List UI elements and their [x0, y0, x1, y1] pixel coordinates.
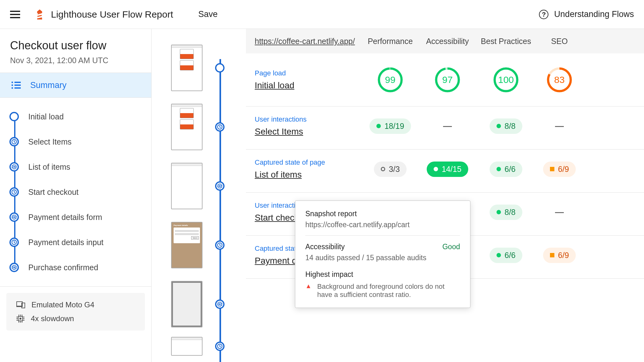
- nav-step-5[interactable]: Payment details input: [9, 230, 142, 255]
- result-row: User interactionsSelect Items18/19—8/8—: [246, 107, 644, 150]
- tooltip-audits: 14 audits passed / 15 passable audits: [305, 254, 460, 262]
- nav-marker: [9, 162, 19, 172]
- tooltip-title: Snapshot report: [305, 210, 460, 218]
- nav-step-2[interactable]: List of items: [9, 154, 142, 179]
- step-type: User interactions: [255, 115, 362, 123]
- app-header: Lighthouse User Flow Report Save ? Under…: [0, 0, 644, 29]
- step-thumbnail[interactable]: [171, 104, 203, 150]
- help-icon: ?: [539, 10, 548, 19]
- svg-point-35: [379, 69, 402, 91]
- col-best-practices: Best Practices: [476, 37, 536, 46]
- svg-rect-3: [14, 85, 21, 86]
- svg-rect-1: [14, 82, 21, 83]
- tooltip-rating: Good: [442, 243, 460, 251]
- nav-step-label: Initial load: [28, 112, 64, 121]
- score-dash: —: [443, 121, 452, 131]
- score-pill[interactable]: 6/6: [490, 162, 523, 177]
- tooltip-url: https://coffee-cart.netlify.app/cart: [305, 221, 460, 236]
- lighthouse-logo: [35, 9, 44, 19]
- timeline-marker: [215, 342, 225, 351]
- emulated-device: Emulated Moto G4: [16, 300, 135, 309]
- cpu-slowdown: 4x slowdown: [16, 314, 135, 323]
- step-thumbnail[interactable]: [171, 163, 203, 209]
- nav-marker: [9, 112, 19, 121]
- score-pill[interactable]: 6/9: [543, 248, 576, 263]
- nav-step-label: Purchase confirmed: [28, 263, 98, 272]
- timeline-marker: [215, 299, 225, 309]
- svg-point-39: [495, 69, 517, 91]
- nav-step-label: List of items: [28, 162, 70, 172]
- step-thumbnail[interactable]: Payment detailsSubmit: [171, 222, 203, 268]
- score-pill[interactable]: 8/8: [490, 205, 523, 220]
- flow-title: Checkout user flow: [10, 39, 141, 52]
- step-name-link[interactable]: Select Items: [255, 127, 362, 137]
- tooltip-impact-text: Background and foreground colors do not …: [317, 282, 460, 299]
- step-thumbnail[interactable]: [171, 281, 203, 327]
- score-dash: —: [555, 207, 564, 217]
- tooltip: Snapshot report https://coffee-cart.netl…: [295, 200, 470, 308]
- score-pill[interactable]: 18/19: [369, 118, 411, 134]
- nav-step-1[interactable]: Select Items: [9, 129, 142, 154]
- step-thumbnail[interactable]: [171, 337, 203, 356]
- timeline-marker: [215, 122, 225, 132]
- step-name-link[interactable]: List of items: [255, 170, 362, 180]
- tooltip-impact: ▲ Background and foreground colors do no…: [305, 282, 460, 299]
- nav-step-6[interactable]: Purchase confirmed: [9, 255, 142, 280]
- timeline-marker: [215, 63, 225, 73]
- score-gauge[interactable]: 97: [435, 67, 460, 92]
- score-dash: —: [555, 121, 564, 131]
- score-pill[interactable]: 3/3: [374, 162, 407, 177]
- summary-nav-item[interactable]: Summary: [0, 73, 151, 98]
- tooltip-impact-title: Highest impact: [305, 270, 460, 279]
- nav-step-label: Payment details input: [28, 238, 103, 247]
- step-type: Captured state of page: [255, 158, 362, 167]
- score-gauge[interactable]: 100: [493, 67, 519, 92]
- result-row: Captured state of pageList of items3/314…: [246, 150, 644, 193]
- save-button[interactable]: Save: [198, 9, 218, 19]
- nav-marker: [9, 187, 19, 197]
- result-row: Page loadInitial load999710083: [246, 53, 644, 107]
- col-accessibility: Accessibility: [419, 37, 476, 46]
- svg-point-4: [12, 87, 13, 89]
- step-name-link[interactable]: Initial load: [255, 80, 362, 90]
- step-thumbnail[interactable]: [171, 45, 203, 91]
- nav-step-label: Payment details form: [28, 213, 102, 222]
- score-pill[interactable]: 6/9: [543, 162, 576, 177]
- understanding-flows-link[interactable]: ? Understanding Flows: [539, 9, 634, 19]
- timeline-marker: [215, 240, 225, 250]
- nav-steps: Initial loadSelect ItemsList of itemsSta…: [0, 98, 151, 286]
- nav-step-3[interactable]: Start checkout: [9, 179, 142, 205]
- score-pill[interactable]: 6/6: [490, 248, 523, 263]
- nav-marker: [9, 137, 19, 146]
- svg-rect-5: [14, 87, 21, 89]
- step-type: Page load: [255, 69, 362, 77]
- score-pill[interactable]: 14/15: [427, 162, 469, 177]
- timeline-marker: [215, 181, 225, 191]
- svg-point-37: [436, 69, 459, 91]
- svg-point-2: [12, 85, 13, 86]
- sidebar: Checkout user flow Nov 3, 2021, 12:00 AM…: [0, 29, 152, 362]
- score-gauge[interactable]: 83: [547, 67, 572, 92]
- score-gauge[interactable]: 99: [378, 67, 403, 92]
- results: https://coffee-cart.netlify.app/ Perform…: [246, 29, 644, 362]
- results-header: https://coffee-cart.netlify.app/ Perform…: [246, 29, 644, 53]
- nav-marker: [9, 238, 19, 247]
- results-url[interactable]: https://coffee-cart.netlify.app/: [255, 37, 362, 46]
- tooltip-category: Accessibility: [305, 243, 345, 251]
- devices-icon: [16, 301, 25, 308]
- nav-step-0[interactable]: Initial load: [9, 104, 142, 129]
- flow-date: Nov 3, 2021, 12:00 AM UTC: [10, 56, 141, 65]
- col-performance: Performance: [362, 37, 419, 46]
- nav-marker: [9, 212, 19, 222]
- svg-point-0: [12, 82, 13, 83]
- main: Payment detailsSubmit https://coffee-car…: [152, 29, 644, 362]
- menu-icon[interactable]: [10, 11, 20, 18]
- summary-icon: [11, 81, 21, 89]
- nav-marker: [9, 263, 19, 272]
- summary-label: Summary: [30, 80, 67, 90]
- score-pill[interactable]: 8/8: [490, 118, 523, 134]
- col-seo: SEO: [536, 37, 583, 46]
- nav-step-4[interactable]: Payment details form: [9, 205, 142, 230]
- help-label: Understanding Flows: [554, 9, 634, 19]
- svg-rect-16: [19, 318, 21, 320]
